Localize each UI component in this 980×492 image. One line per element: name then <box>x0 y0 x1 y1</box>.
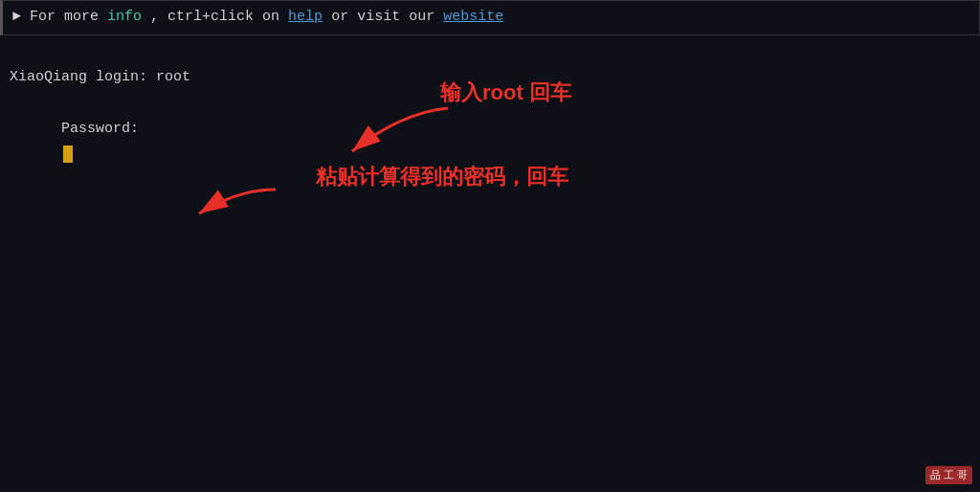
info-link-help[interactable]: help <box>288 9 323 25</box>
password-label: Password: <box>61 121 147 137</box>
info-link-website[interactable]: website <box>443 9 503 25</box>
login-line: XiaoQiang login: root <box>10 64 970 90</box>
terminal-cursor <box>63 145 73 163</box>
top-info-bar: ► For more info , ctrl+click on help or … <box>0 0 980 35</box>
info-text-middle2: or visit our <box>331 9 443 25</box>
prompt-arrow: ► <box>12 9 30 25</box>
info-text-middle1: , ctrl+click on <box>150 9 288 25</box>
terminal-body: XiaoQiang login: root Password: <box>0 35 980 203</box>
watermark: 品 工 哥 <box>925 466 972 484</box>
terminal-container: ► For more info , ctrl+click on help or … <box>0 0 980 492</box>
password-line: Password: <box>10 90 970 193</box>
info-link-1[interactable]: info <box>107 9 142 25</box>
info-text-before: For more <box>30 9 107 25</box>
